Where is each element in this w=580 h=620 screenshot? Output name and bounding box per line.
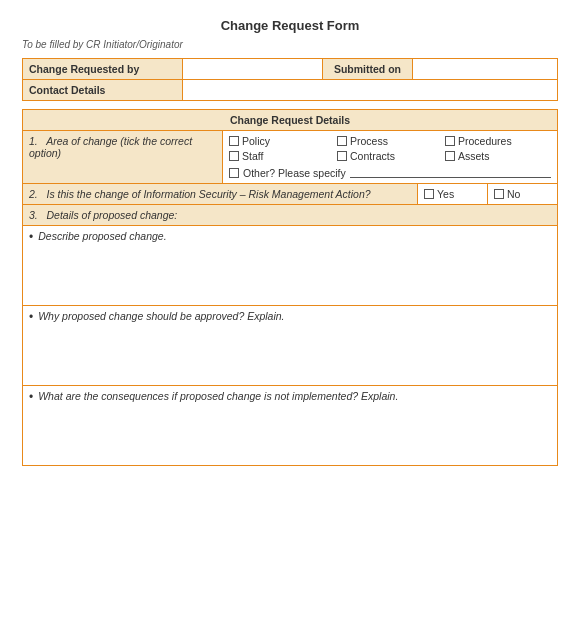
procedures-label: Procedures: [458, 135, 512, 147]
yes-cell[interactable]: Yes: [418, 184, 488, 205]
assets-label: Assets: [458, 150, 490, 162]
bullet3-text: • What are the consequences if proposed …: [29, 390, 551, 404]
bullet1-content: Describe proposed change.: [38, 230, 166, 242]
form-title: Change Request Form: [22, 18, 558, 33]
contact-details-label: Contact Details: [23, 80, 183, 101]
staff-checkbox[interactable]: [229, 151, 239, 161]
form-subtitle: To be filled by CR Initiator/Originator: [22, 39, 558, 50]
checkbox-row-1: Policy Process Procedures: [229, 135, 551, 147]
cb-staff[interactable]: Staff: [229, 150, 319, 162]
staff-label: Staff: [242, 150, 263, 162]
other-text: Other? Please specify: [243, 167, 346, 179]
submitted-on-label: Submitted on: [323, 59, 413, 80]
yes-item[interactable]: Yes: [424, 188, 481, 200]
bullet2-row: • Why proposed change should be approved…: [23, 306, 558, 386]
yes-checkbox[interactable]: [424, 189, 434, 199]
bullet3-symbol: •: [29, 390, 33, 404]
change-requested-by-value[interactable]: [183, 59, 323, 80]
checkbox-row-2: Staff Contracts Assets: [229, 150, 551, 162]
area-of-change-cell: 1. Area of change (tick the correct opti…: [23, 131, 223, 184]
section3-number: 3.: [29, 209, 38, 221]
cb-contracts[interactable]: Contracts: [337, 150, 427, 162]
bullet3-content: What are the consequences if proposed ch…: [38, 390, 398, 402]
cb-process[interactable]: Process: [337, 135, 427, 147]
no-checkbox[interactable]: [494, 189, 504, 199]
question-number: 2.: [29, 188, 38, 200]
bullet2-symbol: •: [29, 310, 33, 324]
area-number: 1.: [29, 135, 38, 147]
bullet2-text: • Why proposed change should be approved…: [29, 310, 551, 324]
bullet1-row: • Describe proposed change.: [23, 226, 558, 306]
bullet1-cell[interactable]: • Describe proposed change.: [23, 226, 558, 306]
procedures-checkbox[interactable]: [445, 136, 455, 146]
header-row-2: Contact Details: [23, 80, 558, 101]
bullet1-symbol: •: [29, 230, 33, 244]
cb-procedures[interactable]: Procedures: [445, 135, 535, 147]
details-header-row: Change Request Details: [23, 110, 558, 131]
bullet3-cell[interactable]: • What are the consequences if proposed …: [23, 386, 558, 466]
cb-policy[interactable]: Policy: [229, 135, 319, 147]
other-checkbox[interactable]: [229, 168, 239, 178]
bullet1-text: • Describe proposed change.: [29, 230, 551, 244]
contracts-checkbox[interactable]: [337, 151, 347, 161]
details-table: Change Request Details 1. Area of change…: [22, 109, 558, 466]
bullet2-content: Why proposed change should be approved? …: [38, 310, 284, 322]
process-label: Process: [350, 135, 388, 147]
no-label: No: [507, 188, 520, 200]
area-of-change-row: 1. Area of change (tick the correct opti…: [23, 131, 558, 184]
checkboxes-cell: Policy Process Procedures Staff: [223, 131, 558, 184]
contact-details-value[interactable]: [183, 80, 558, 101]
other-row: Other? Please specify: [229, 167, 551, 179]
no-item[interactable]: No: [494, 188, 551, 200]
contracts-label: Contracts: [350, 150, 395, 162]
process-checkbox[interactable]: [337, 136, 347, 146]
bullet3-row: • What are the consequences if proposed …: [23, 386, 558, 466]
change-requested-by-label: Change Requested by: [23, 59, 183, 80]
details-header: Change Request Details: [23, 110, 558, 131]
header-table: Change Requested by Submitted on Contact…: [22, 58, 558, 101]
yes-label: Yes: [437, 188, 454, 200]
header-row-1: Change Requested by Submitted on: [23, 59, 558, 80]
assets-checkbox[interactable]: [445, 151, 455, 161]
bullet2-cell[interactable]: • Why proposed change should be approved…: [23, 306, 558, 386]
policy-checkbox[interactable]: [229, 136, 239, 146]
section3-label: Details of proposed change:: [47, 209, 178, 221]
other-line: [350, 168, 551, 178]
no-cell[interactable]: No: [488, 184, 558, 205]
area-label: Area of change (tick the correct option): [29, 135, 192, 159]
question-row: 2. Is this the change of Information Sec…: [23, 184, 558, 205]
policy-label: Policy: [242, 135, 270, 147]
section3-header-row: 3. Details of proposed change:: [23, 205, 558, 226]
question-cell: 2. Is this the change of Information Sec…: [23, 184, 418, 205]
question-text: Is this the change of Information Securi…: [47, 188, 371, 200]
submitted-on-value[interactable]: [413, 59, 558, 80]
section3-header: 3. Details of proposed change:: [23, 205, 558, 226]
cb-assets[interactable]: Assets: [445, 150, 535, 162]
checkbox-grid: Policy Process Procedures Staff: [229, 135, 551, 179]
